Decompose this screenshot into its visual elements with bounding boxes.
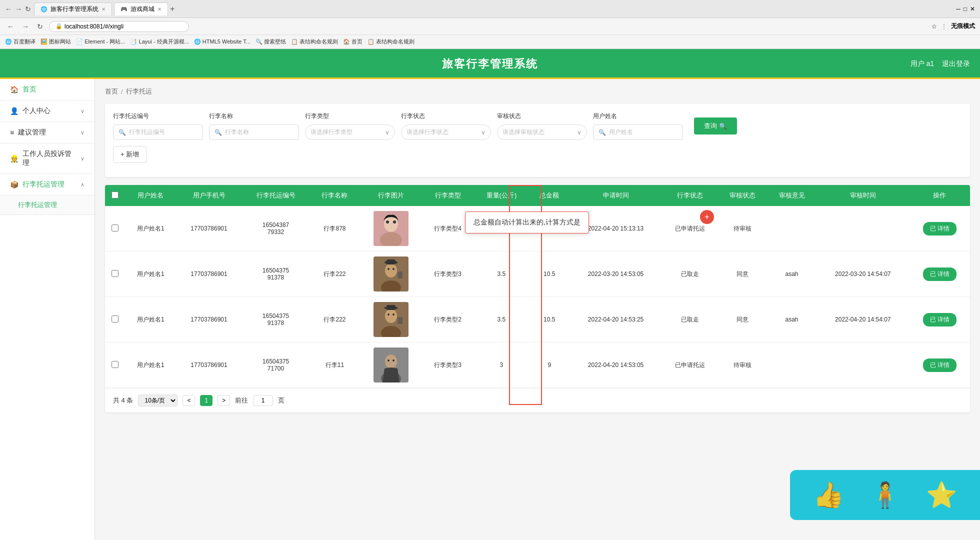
goto-page-input[interactable] [253, 395, 273, 406]
row3-audit-comment: asah [767, 297, 816, 342]
row1-detail-btn[interactable]: 已 详情 [923, 222, 956, 236]
bookmark-baidu[interactable]: 🌐 百度翻译 [5, 38, 36, 46]
sidebar-item-personal[interactable]: 👤 个人中心 ∨ [0, 100, 94, 122]
new-button[interactable]: + 新增 [113, 146, 146, 163]
filter-input-luggage-no[interactable]: 🔍 行李托运编号 [113, 124, 203, 140]
tab-game[interactable]: 🎮 游戏商城 ✕ [114, 2, 168, 16]
row2-audit-time: 2022-03-20 14:54:07 [816, 252, 910, 297]
logout-btn[interactable]: 退出登录 [942, 60, 970, 68]
bookmark-html5[interactable]: 🌐 HTML5 Website T... [194, 38, 250, 45]
svg-point-8 [388, 268, 390, 270]
filter-input-username[interactable]: 🔍 用户姓名 [593, 124, 683, 140]
tab-close-luggage[interactable]: ✕ [102, 6, 106, 12]
sidebar-baggage-manage[interactable]: 行李托运管理 [0, 196, 94, 215]
browser-forward-btn[interactable]: → [15, 5, 22, 13]
filter-select-luggage-status[interactable]: 请选择行李状态 ∨ [401, 124, 491, 140]
row4-action[interactable]: 已 详情 [910, 342, 970, 388]
person-icon[interactable]: 🧍 [870, 480, 900, 510]
tab-luggage[interactable]: 🌐 旅客行李管理系统 ✕ [34, 2, 112, 16]
row4-audit-status: 待审核 [718, 342, 767, 388]
svg-point-6 [385, 264, 397, 278]
back-button[interactable]: ← [5, 22, 16, 32]
row4-checkbox[interactable] [105, 342, 125, 388]
staff-icon: 👷 [10, 154, 18, 162]
filter-select-luggage-type[interactable]: 请选择行李类型 ∨ [305, 124, 395, 140]
row4-avatar-svg [374, 348, 408, 382]
row1-checkbox[interactable] [105, 206, 125, 252]
row2-total: 10.5 [530, 252, 570, 297]
page-1-btn[interactable]: 1 [200, 395, 212, 406]
query-button[interactable]: 查询 🔍 [694, 118, 737, 134]
maximize-btn[interactable]: □ [964, 6, 967, 12]
next-page-btn[interactable]: > [218, 395, 230, 406]
dropdown-arrow-status: ∨ [481, 129, 486, 136]
bookmarks-bar: 🌐 百度翻译 🖼️ 图标网站 📄 Element - 网站... 📑 Layui… [0, 35, 980, 49]
browser-menu-icon[interactable]: ⋮ [941, 23, 947, 30]
row1-username: 用户姓名1 [125, 206, 176, 252]
browser-bar: ← → ↻ 🌐 旅客行李管理系统 ✕ 🎮 游戏商城 ✕ + ─ □ ✕ [0, 0, 980, 18]
browser-refresh-btn[interactable]: ↻ [25, 5, 31, 13]
breadcrumb-sep: / [121, 88, 123, 96]
svg-point-9 [392, 268, 394, 270]
header-weight: 重量(公斤) [474, 185, 530, 206]
breadcrumb-home[interactable]: 首页 [105, 87, 118, 96]
pagination-total: 共 4 条 [113, 396, 133, 405]
new-tab-btn[interactable]: + [170, 4, 174, 14]
bookmark-table-rule2[interactable]: 📋 表结构命名规则 [368, 38, 414, 46]
row4-detail-btn[interactable]: 已 详情 [923, 358, 956, 372]
svg-rect-19 [386, 305, 396, 310]
placeholder-username: 用户姓名 [609, 128, 633, 136]
bookmark-home[interactable]: 🏠 首页 [343, 38, 362, 46]
filter-label-luggage-status: 行李状态 [401, 112, 491, 120]
goto-label: 前往 [235, 396, 248, 405]
tab-close-game[interactable]: ✕ [158, 6, 162, 12]
sidebar-item-home[interactable]: 🏠 首页 [0, 79, 94, 100]
breadcrumb-current: 行李托运 [126, 87, 152, 96]
forward-button[interactable]: → [20, 22, 31, 32]
row4-phone: 17703786901 [176, 342, 242, 388]
row2-detail-btn[interactable]: 已 详情 [923, 268, 956, 281]
bookmark-table-rule1[interactable]: 📋 表结构命名规则 [291, 38, 338, 46]
bookmark-layui[interactable]: 📑 Layui - 经典开源模... [130, 38, 188, 46]
row3-detail-btn[interactable]: 已 详情 [923, 313, 956, 326]
row2-action[interactable]: 已 详情 [910, 252, 970, 297]
browser-back-btn[interactable]: ← [5, 5, 12, 13]
star-collect-icon[interactable]: ⭐ [926, 480, 957, 510]
minimize-btn[interactable]: ─ [956, 6, 960, 12]
row3-action[interactable]: 已 详情 [910, 297, 970, 342]
refresh-button[interactable]: ↻ [35, 22, 45, 32]
app-header: 旅客行李管理系统 用户 a1 退出登录 [0, 49, 980, 79]
svg-point-24 [388, 360, 390, 362]
address-input[interactable]: 🔒 localhost:8081/#/xingli [49, 21, 189, 32]
thumbs-up-icon[interactable]: 👍 [813, 480, 844, 510]
row1-audit-status: 待审核 [718, 206, 767, 252]
row1-phone: 17703786901 [176, 206, 242, 252]
extension-btn[interactable]: 无痕模式 [951, 22, 975, 30]
select-all-checkbox[interactable] [112, 192, 118, 198]
bookmark-icon[interactable]: 🖼️ 图标网站 [40, 38, 71, 46]
current-user-label: 用户 a1 [910, 60, 934, 68]
row1-action[interactable]: 已 详情 [910, 206, 970, 252]
bookmark-wallpaper[interactable]: 🔍 搜索壁纸 [256, 38, 286, 46]
list-icon: ≡ [10, 128, 14, 136]
row2-checkbox[interactable] [105, 252, 125, 297]
filter-select-audit-status[interactable]: 请选择审核状态 ∨ [497, 124, 587, 140]
svg-point-25 [392, 360, 394, 362]
sidebar-item-baggage[interactable]: 📦 行李托运管理 ∧ [0, 174, 94, 196]
search-icon-username: 🔍 [598, 129, 606, 136]
sidebar-item-staff[interactable]: 👷 工作人员投诉管理 ∨ [0, 144, 94, 174]
tooltip-popup: 总金额自动计算出来的,计算方式是 [465, 212, 589, 234]
filter-input-luggage-name[interactable]: 🔍 行李名称 [209, 124, 299, 140]
tooltip-close-button[interactable]: + [700, 210, 714, 224]
prev-page-btn[interactable]: < [182, 395, 195, 406]
bookmark-element[interactable]: 📄 Element - 网站... [76, 38, 125, 46]
row3-checkbox[interactable] [105, 297, 125, 342]
sidebar-item-suggestions[interactable]: ≡ 建议管理 ∨ [0, 122, 94, 144]
header-checkbox[interactable] [105, 185, 125, 206]
row2-luggage-type: 行李类型3 [422, 252, 474, 297]
close-btn[interactable]: ✕ [970, 6, 975, 12]
svg-point-4 [393, 220, 396, 224]
page-size-select[interactable]: 10条/页 20条/页 [138, 394, 178, 406]
star-icon[interactable]: ☆ [932, 23, 937, 30]
row4-luggage-name: 行李11 [310, 342, 360, 388]
